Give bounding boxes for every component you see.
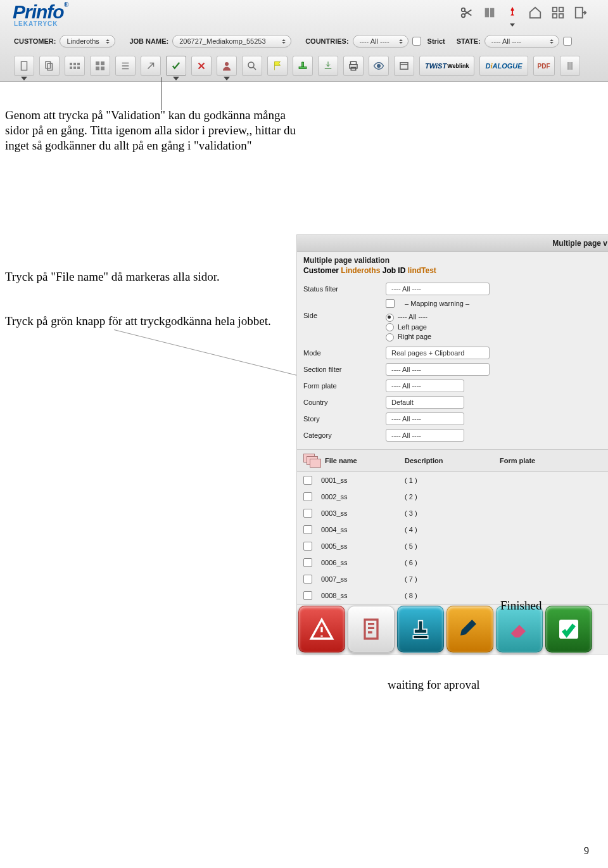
mode-dropdown[interactable]: Real pages + Clipboard	[386, 347, 490, 359]
filters: Status filter---- All ---- – Mapping war…	[297, 276, 608, 449]
table-row[interactable]: 0005_ss( 5 )	[303, 538, 606, 554]
scissors-icon[interactable]	[459, 3, 475, 23]
finished-label: Finished	[500, 599, 542, 613]
validation-icon[interactable]	[166, 56, 186, 76]
filter-bar: CUSTOMER: Linderoths JOB NAME: 206727_Me…	[14, 35, 574, 48]
twist-button[interactable]: TWiSTWeblink	[419, 56, 474, 76]
eye-icon[interactable]	[369, 56, 389, 76]
page-icon[interactable]	[14, 56, 34, 76]
row-desc: ( 2 )	[405, 493, 500, 501]
download-icon[interactable]	[318, 56, 338, 76]
row-checkbox[interactable]	[303, 525, 312, 534]
table-row[interactable]: 0001_ss( 1 )	[303, 472, 606, 488]
stamp-big-button[interactable]	[397, 606, 444, 653]
window-icon[interactable]	[394, 56, 414, 76]
grid-icon[interactable]	[550, 3, 566, 23]
table-row[interactable]: 0008_ss( 8 )	[303, 587, 606, 604]
state-label: STATE:	[457, 37, 481, 45]
app-toolbar: Prinfo® LEKATRYCK CUSTOMER: Linderoths J…	[0, 0, 608, 82]
form-label: Form plate	[303, 382, 379, 390]
row-file: 0006_ss	[321, 559, 348, 566]
svg-rect-19	[413, 635, 428, 639]
story-value: ---- All ----	[391, 415, 421, 423]
section-dropdown[interactable]: ---- All ----	[386, 363, 490, 376]
table-row[interactable]: 0002_ss( 2 )	[303, 488, 606, 505]
row-checkbox[interactable]	[303, 575, 312, 584]
pin-icon[interactable]	[504, 3, 521, 23]
strict-checkbox[interactable]	[412, 37, 421, 46]
form-dropdown[interactable]: ---- All ----	[386, 380, 464, 392]
state-checkbox[interactable]	[563, 37, 572, 46]
callout-line-2	[114, 329, 299, 377]
page-big-button[interactable]	[348, 606, 395, 653]
logo-text: Prinfo	[13, 1, 64, 22]
mapping-checkbox[interactable]	[386, 299, 395, 308]
tool-row: TWiSTWeblink DiALOGUE PDF	[14, 56, 580, 76]
countries-dropdown[interactable]: ---- All ----	[353, 35, 408, 48]
state-dropdown[interactable]: ---- All ----	[484, 35, 559, 48]
approve-big-button[interactable]	[545, 606, 592, 653]
waiting-label: waiting for aproval	[388, 678, 480, 692]
status-dropdown[interactable]: ---- All ----	[386, 283, 490, 295]
row-desc: ( 4 )	[405, 526, 500, 533]
row-checkbox[interactable]	[303, 476, 312, 485]
logo-sub: LEKATRYCK	[14, 20, 58, 27]
svg-rect-7	[22, 61, 27, 70]
pdf-text: PDF	[538, 63, 550, 70]
row-file: 0003_ss	[321, 509, 348, 517]
stamp-green-icon[interactable]	[293, 56, 313, 76]
pdf-button[interactable]: PDF	[533, 56, 555, 76]
grid6-icon[interactable]	[65, 56, 85, 76]
row-checkbox[interactable]	[303, 509, 312, 518]
person-icon[interactable]	[217, 56, 237, 76]
row-checkbox[interactable]	[303, 591, 312, 600]
validation-panel: Multiple page v Multiple page validation…	[296, 234, 608, 654]
row-checkbox[interactable]	[303, 492, 312, 501]
customer-sub-label: Customer	[303, 266, 339, 275]
section-value: ---- All ----	[391, 366, 421, 373]
customer-dropdown[interactable]: Linderoths	[60, 35, 115, 48]
side-left-radio[interactable]	[386, 323, 394, 331]
row-checkbox[interactable]	[303, 542, 312, 551]
table-row[interactable]: 0007_ss( 7 )	[303, 571, 606, 587]
dialogue-button[interactable]: DiALOGUE	[479, 56, 528, 76]
reject-big-button[interactable]	[298, 606, 345, 653]
print-icon[interactable]	[343, 56, 364, 76]
th-formplate[interactable]: Form plate	[500, 457, 606, 464]
exit-icon[interactable]	[573, 3, 589, 23]
svg-point-11	[248, 62, 254, 68]
stack-thumb-icon[interactable]	[303, 454, 321, 468]
country-value: Default	[391, 399, 414, 406]
table-row[interactable]: 0006_ss( 6 )	[303, 554, 606, 571]
th-description[interactable]: Description	[405, 457, 500, 464]
tools-icon[interactable]	[141, 56, 161, 76]
side-all-label: ---- All ----	[398, 313, 428, 321]
story-dropdown[interactable]: ---- All ----	[386, 412, 464, 425]
search-icon[interactable]	[242, 56, 262, 76]
category-dropdown[interactable]: ---- All ----	[386, 429, 464, 442]
table-row[interactable]: 0004_ss( 4 )	[303, 521, 606, 538]
side-right-radio[interactable]	[386, 333, 394, 341]
story-label: Story	[303, 415, 379, 423]
stack-icon[interactable]	[39, 56, 60, 76]
table-row[interactable]: 0003_ss( 3 )	[303, 505, 606, 521]
home-icon[interactable]	[527, 3, 543, 23]
state-value: ---- All ----	[491, 37, 521, 45]
th-filename[interactable]: File name	[325, 457, 357, 464]
list-icon[interactable]	[115, 56, 136, 76]
column-icon[interactable]	[560, 56, 580, 76]
pencil-big-button[interactable]	[446, 606, 493, 653]
row-desc: ( 8 )	[405, 592, 500, 599]
reject-icon[interactable]	[191, 56, 212, 76]
book-icon[interactable]	[481, 3, 498, 23]
row-file: 0008_ss	[321, 592, 348, 599]
row-checkbox[interactable]	[303, 558, 312, 567]
country-dropdown[interactable]: Default	[386, 396, 464, 409]
row-desc: ( 6 )	[405, 559, 500, 566]
flag-icon[interactable]	[267, 56, 288, 76]
side-all-radio[interactable]	[386, 314, 394, 322]
grid4-icon[interactable]	[90, 56, 110, 76]
svg-rect-5	[559, 14, 563, 18]
countries-label: COUNTRIES:	[305, 37, 348, 45]
jobname-dropdown[interactable]: 206727_Mediakomp_55253	[172, 35, 291, 48]
